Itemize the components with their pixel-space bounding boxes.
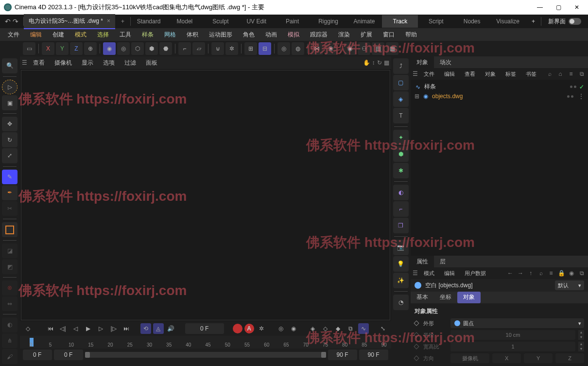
- rotate-tool-icon[interactable]: ↻: [2, 132, 17, 147]
- text-tool-icon[interactable]: T: [393, 108, 409, 123]
- axis-z-icon[interactable]: Z: [70, 42, 83, 55]
- goto-end-icon[interactable]: ⏭: [121, 323, 132, 334]
- layout-tab-model[interactable]: Model: [167, 15, 203, 28]
- vp-panel[interactable]: 面板: [142, 57, 161, 69]
- obj-filter-icon[interactable]: ≡: [567, 70, 575, 77]
- vp-display[interactable]: 显示: [78, 57, 97, 69]
- pla-key-icon[interactable]: ◆: [333, 323, 344, 334]
- deformer-icon[interactable]: ◐: [393, 185, 409, 200]
- prev-key-icon[interactable]: ◁|: [58, 323, 69, 334]
- range-start[interactable]: 0 F: [54, 349, 83, 360]
- obj-popout-icon[interactable]: ⧉: [577, 70, 586, 77]
- tree-row-spline[interactable]: ∿ 样条 ✓: [413, 82, 586, 92]
- aspect-input[interactable]: 1: [450, 342, 575, 351]
- nav-filter-icon[interactable]: ≡: [547, 270, 555, 277]
- film-icon[interactable]: ▦: [386, 42, 398, 55]
- orient-camera-button[interactable]: 摄像机: [450, 353, 489, 363]
- link-key-icon[interactable]: ⧉: [346, 323, 356, 334]
- axis-tool-icon[interactable]: ⤴: [393, 58, 409, 74]
- redo-button[interactable]: ↷: [13, 17, 18, 25]
- object-tree[interactable]: ∿ 样条 ✓ ⊞ ◉ objects.dwg ⋮: [411, 80, 588, 256]
- leaf-icon[interactable]: ❀: [325, 42, 337, 55]
- wireframe-icon[interactable]: ◎: [117, 42, 130, 55]
- zoom-icon[interactable]: ↕: [372, 59, 375, 66]
- material-icon[interactable]: ◔: [393, 295, 409, 310]
- hand-icon[interactable]: ✋: [363, 59, 370, 66]
- key-diamond-icon[interactable]: [414, 344, 419, 349]
- menu-window[interactable]: 窗口: [378, 29, 399, 41]
- obj-menu-file[interactable]: 文件: [420, 69, 438, 79]
- orbit-icon[interactable]: ↻: [377, 59, 382, 66]
- menu-sim[interactable]: 模拟: [283, 29, 304, 41]
- brush-tool-icon[interactable]: ✎: [2, 170, 17, 185]
- menu-ext[interactable]: 扩展: [356, 29, 377, 41]
- attr-menu-edit[interactable]: 编辑: [440, 268, 459, 279]
- obj-menu-obj[interactable]: 对象: [481, 69, 500, 79]
- quad-icon[interactable]: ▦: [384, 59, 389, 66]
- menu-mesh[interactable]: 网格: [159, 29, 181, 41]
- obj-search-icon[interactable]: ⌕: [545, 70, 554, 77]
- obj-menu-view[interactable]: 查看: [461, 69, 479, 79]
- attr-tab-coord[interactable]: 坐标: [434, 292, 457, 303]
- symmetry-icon[interactable]: ✱: [393, 163, 409, 178]
- new-layout-toggle[interactable]: [569, 18, 581, 25]
- key-diamond-icon[interactable]: [414, 320, 419, 326]
- axis-x-icon[interactable]: X: [42, 42, 54, 55]
- add-doc-tab[interactable]: +: [115, 15, 130, 28]
- menu-anim[interactable]: 动画: [260, 29, 282, 41]
- vp-view[interactable]: 查看: [29, 57, 49, 69]
- minimize-button[interactable]: —: [536, 4, 543, 11]
- knife-tool-icon[interactable]: ✂: [2, 201, 17, 216]
- hex-icon[interactable]: ⬡: [131, 42, 144, 55]
- radius-input[interactable]: 10 cm: [450, 330, 575, 340]
- delete-tool-icon[interactable]: ⊗: [2, 280, 17, 296]
- key-diamond-icon[interactable]: [414, 332, 419, 337]
- field-icon[interactable]: ⌐: [393, 201, 409, 217]
- menu-char[interactable]: 角色: [238, 29, 259, 41]
- cube-tool-icon[interactable]: ◉: [103, 42, 116, 55]
- cube-primitive-icon[interactable]: ▢: [393, 75, 409, 90]
- preview-end[interactable]: 90 F: [359, 349, 388, 360]
- range-slider[interactable]: [85, 352, 326, 358]
- spiral2-icon[interactable]: ◍: [292, 42, 304, 55]
- expand-icon[interactable]: ⊞: [415, 93, 419, 100]
- viewport-hamburger-icon[interactable]: ☰: [22, 59, 27, 66]
- menu-spline[interactable]: 样条: [137, 29, 158, 41]
- layout-tab-sculpt[interactable]: Sculpt: [203, 15, 239, 28]
- idea-icon[interactable]: ✨: [393, 273, 409, 288]
- record-icon[interactable]: [233, 324, 242, 333]
- scale-tool-icon[interactable]: ⤢: [2, 148, 17, 163]
- angle-icon[interactable]: ⌐: [178, 42, 191, 55]
- obj-home-icon[interactable]: ⌂: [556, 70, 565, 77]
- nav-new-icon[interactable]: ◉: [567, 270, 576, 277]
- play-icon[interactable]: ▶: [83, 323, 94, 334]
- pos-key-icon[interactable]: ◎: [276, 323, 286, 334]
- paint-tool-icon[interactable]: 🖌: [2, 349, 17, 364]
- move-tool-icon[interactable]: ✥: [2, 117, 17, 132]
- tab-takes[interactable]: 场次: [434, 56, 457, 68]
- nav-fwd-icon[interactable]: →: [516, 270, 525, 277]
- keyframe-icon[interactable]: ◇: [23, 323, 34, 334]
- key-gear-icon[interactable]: ✲: [256, 323, 267, 334]
- menu-tracker[interactable]: 跟踪器: [305, 29, 332, 41]
- layout-tab-track[interactable]: Track: [382, 15, 418, 28]
- menu-render[interactable]: 渲染: [333, 29, 355, 41]
- menu-edit[interactable]: 编辑: [25, 29, 47, 41]
- layout-tab-script[interactable]: Script: [418, 15, 454, 28]
- orient-z-button[interactable]: Z: [555, 353, 584, 363]
- menu-tool[interactable]: 工具: [115, 29, 136, 41]
- attr-tab-basic[interactable]: 基本: [411, 292, 434, 303]
- hex3-icon[interactable]: ⬣: [159, 42, 172, 55]
- rect-tool-icon[interactable]: [2, 222, 17, 237]
- coord-sys-icon[interactable]: ⊕: [84, 42, 97, 55]
- add-layout-button[interactable]: +: [526, 18, 541, 25]
- axis-y-icon[interactable]: Y: [56, 42, 69, 55]
- render-view-icon[interactable]: ▭: [23, 42, 35, 55]
- extrude-tool-icon[interactable]: ◪: [2, 244, 17, 259]
- tree-row-dwg[interactable]: ⊞ ◉ objects.dwg ⋮: [413, 92, 586, 101]
- hex2-icon[interactable]: ⬢: [145, 42, 158, 55]
- attr-mode-select[interactable]: 默认▾: [555, 280, 584, 290]
- attr-hamburger-icon[interactable]: ☰: [413, 270, 418, 277]
- shape-select[interactable]: 圆点 ▾: [450, 318, 584, 328]
- prev-frame-icon[interactable]: ◁: [70, 323, 81, 334]
